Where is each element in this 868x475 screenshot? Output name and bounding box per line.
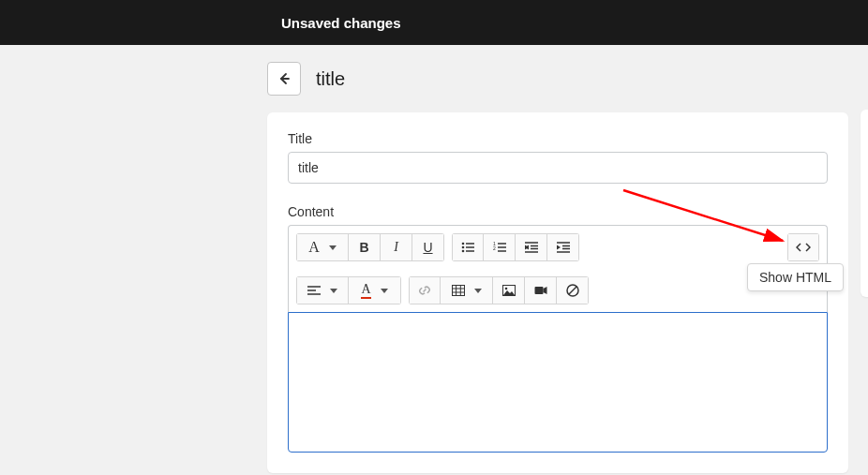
list-group: 12: [452, 233, 579, 261]
topbar: Unsaved changes: [0, 0, 868, 45]
underline-icon: U: [423, 240, 432, 255]
svg-marker-23: [557, 245, 561, 250]
page-header: title: [0, 45, 868, 112]
bold-icon: B: [359, 240, 368, 255]
text-color-button[interactable]: A: [349, 276, 401, 304]
numbered-list-button[interactable]: 12: [484, 233, 516, 261]
link-icon: [418, 284, 431, 297]
table-icon: [452, 285, 465, 296]
underline-button[interactable]: U: [412, 233, 444, 261]
italic-button[interactable]: I: [381, 233, 412, 261]
svg-point-33: [504, 288, 507, 290]
svg-point-3: [462, 250, 465, 253]
caret-down-icon: [330, 289, 337, 293]
bullet-list-button[interactable]: [452, 233, 484, 261]
code-icon: [796, 242, 811, 253]
caret-down-icon: [329, 245, 337, 250]
outdent-icon: [525, 242, 538, 253]
insert-group: [409, 276, 589, 304]
tooltip-show-html: Show HTML: [747, 263, 844, 291]
caret-down-icon: [474, 289, 482, 293]
image-button[interactable]: [493, 276, 525, 304]
title-input[interactable]: [288, 152, 828, 184]
main-card: Title Content A B I U: [267, 112, 848, 473]
svg-rect-27: [452, 286, 464, 296]
align-group: A: [296, 276, 401, 304]
align-left-icon: [307, 285, 321, 296]
italic-icon: I: [394, 240, 398, 255]
clear-icon: [566, 284, 579, 297]
link-button[interactable]: [409, 276, 441, 304]
indent-icon: [557, 242, 570, 253]
align-button[interactable]: [296, 276, 349, 304]
content-editor[interactable]: [288, 312, 828, 453]
bullet-list-icon: [461, 242, 474, 253]
video-icon: [534, 285, 547, 296]
font-icon: A: [308, 239, 320, 256]
text-color-icon: A: [361, 283, 370, 299]
page-title: title: [316, 68, 345, 90]
svg-rect-34: [534, 287, 543, 294]
arrow-left-icon: [277, 71, 292, 86]
font-style-button[interactable]: A: [296, 233, 349, 261]
show-html-button[interactable]: [787, 233, 819, 261]
svg-point-2: [462, 246, 465, 249]
table-button[interactable]: [441, 276, 493, 304]
indent-button[interactable]: [547, 233, 579, 261]
svg-line-37: [569, 287, 576, 294]
title-label: Title: [288, 131, 828, 146]
side-card: [861, 110, 868, 297]
content-section: Content A B I U: [288, 204, 828, 453]
content-label: Content: [288, 204, 828, 219]
back-button[interactable]: [267, 62, 301, 96]
bold-button[interactable]: B: [349, 233, 381, 261]
outdent-button[interactable]: [516, 233, 547, 261]
clear-format-button[interactable]: [557, 276, 589, 304]
video-button[interactable]: [525, 276, 557, 304]
svg-text:2: 2: [493, 245, 496, 251]
caret-down-icon: [381, 289, 388, 293]
numbered-list-icon: 12: [493, 242, 506, 253]
svg-point-1: [462, 243, 465, 245]
image-icon: [502, 285, 516, 296]
status-text: Unsaved changes: [281, 15, 401, 31]
svg-marker-35: [543, 287, 546, 294]
font-group: A B I U: [296, 233, 444, 261]
